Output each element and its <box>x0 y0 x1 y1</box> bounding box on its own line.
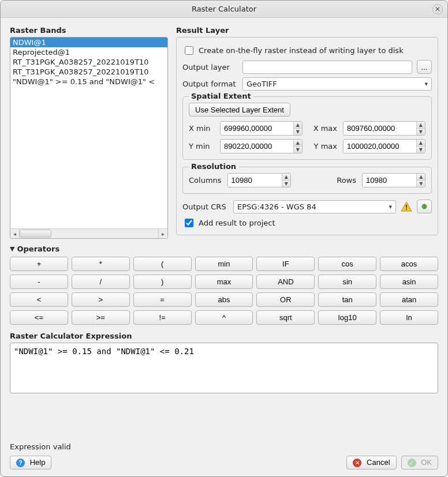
add-result-label[interactable]: Add result to project <box>199 219 275 227</box>
operators-toggle[interactable]: ▼ Operators <box>10 245 438 253</box>
operator-button[interactable]: = <box>133 292 192 307</box>
rows-spin[interactable]: ▲▼ <box>362 173 425 187</box>
output-crs-row: Output CRS EPSG:4326 - WGS 84 ▾ <box>182 200 432 213</box>
operator-button[interactable]: <= <box>10 310 68 325</box>
expression-heading: Raster Calculator Expression <box>10 332 438 340</box>
cancel-button[interactable]: ✕ Cancel <box>346 456 396 470</box>
close-icon[interactable]: ✕ <box>432 4 443 14</box>
list-item[interactable]: "NDWI@1" >= 0.15 and "NDWI@1" < <box>10 77 167 87</box>
expression-textarea[interactable] <box>10 343 438 393</box>
raster-bands-listbox[interactable]: NDWI@1Reprojected@1RT_T31PGK_A038257_202… <box>10 37 168 239</box>
titlebar: Raster Calculator ✕ <box>1 1 447 18</box>
operators-section: ▼ Operators +*(minIFcosacos-/)maxANDsina… <box>10 245 438 325</box>
columns-input[interactable] <box>228 174 282 187</box>
output-format-select[interactable]: GeoTIFF ▾ <box>242 77 432 91</box>
xmax-input[interactable] <box>344 122 416 135</box>
scrollbar-track[interactable] <box>20 229 158 238</box>
operator-button[interactable]: asin <box>380 275 438 289</box>
list-item[interactable]: RT_T31PGK_A038257_20221019T10 <box>10 57 167 67</box>
operator-button[interactable]: ^ <box>195 310 253 325</box>
crs-picker-button[interactable] <box>417 200 432 213</box>
operator-button[interactable]: IF <box>256 257 315 271</box>
operator-button[interactable]: log10 <box>318 310 376 325</box>
spin-up-icon[interactable]: ▲ <box>417 140 425 147</box>
horizontal-scrollbar[interactable]: ◂ ▸ <box>10 228 167 238</box>
spin-up-icon[interactable]: ▲ <box>294 140 302 147</box>
operator-button[interactable]: / <box>72 275 130 289</box>
operator-button[interactable]: sin <box>318 275 376 289</box>
ymax-spin[interactable]: ▲▼ <box>343 139 425 153</box>
operator-button[interactable]: abs <box>195 292 253 307</box>
rows-input[interactable] <box>363 174 416 187</box>
spin-down-icon[interactable]: ▼ <box>417 181 425 187</box>
output-layer-label: Output layer <box>182 63 238 72</box>
ymin-input[interactable] <box>221 140 293 153</box>
create-otf-row: Create on-the-fly raster instead of writ… <box>182 44 432 57</box>
xmax-spin[interactable]: ▲▼ <box>343 121 425 136</box>
operator-button[interactable]: * <box>72 257 130 271</box>
ymin-spin[interactable]: ▲▼ <box>220 139 303 153</box>
cancel-icon: ✕ <box>353 459 361 467</box>
operator-button[interactable]: - <box>10 275 68 289</box>
columns-spin[interactable]: ▲▼ <box>227 173 291 187</box>
output-layer-browse-button[interactable]: ... <box>417 60 432 74</box>
use-selected-extent-button[interactable]: Use Selected Layer Extent <box>189 103 290 117</box>
scrollbar-thumb[interactable] <box>20 230 51 238</box>
scrollbar-left-arrow[interactable]: ◂ <box>10 229 20 238</box>
list-item[interactable]: NDWI@1 <box>10 37 167 47</box>
spatial-extent-group: Spatial Extent Use Selected Layer Extent… <box>182 96 432 160</box>
operator-button[interactable]: < <box>10 292 68 307</box>
spin-down-icon[interactable]: ▼ <box>417 147 425 153</box>
spin-up-icon[interactable]: ▲ <box>417 174 425 181</box>
operator-button[interactable]: ln <box>380 310 438 325</box>
output-format-label: Output format <box>182 80 238 88</box>
scrollbar-right-arrow[interactable]: ▸ <box>158 229 167 238</box>
operator-button[interactable]: OR <box>256 292 315 307</box>
operator-button[interactable]: ( <box>133 257 192 271</box>
create-otf-label[interactable]: Create on-the-fly raster instead of writ… <box>199 46 404 55</box>
operator-button[interactable]: min <box>195 257 253 271</box>
top-row: Raster Bands NDWI@1Reprojected@1RT_T31PG… <box>10 26 438 239</box>
xmax-label: X max <box>308 124 337 133</box>
operator-button[interactable]: tan <box>318 292 376 307</box>
help-button[interactable]: ? Help <box>10 456 51 470</box>
spin-down-icon[interactable]: ▼ <box>294 147 302 153</box>
operator-button[interactable]: ) <box>133 275 192 289</box>
ymax-label: Y max <box>308 142 337 151</box>
xmin-input[interactable] <box>221 122 293 135</box>
ymax-input[interactable] <box>344 140 416 153</box>
warning-icon <box>401 201 412 212</box>
operator-button[interactable]: atan <box>380 292 438 307</box>
spin-up-icon[interactable]: ▲ <box>282 174 290 181</box>
raster-bands-list-content: NDWI@1Reprojected@1RT_T31PGK_A038257_202… <box>10 37 167 228</box>
help-icon: ? <box>16 459 25 467</box>
output-crs-select[interactable]: EPSG:4326 - WGS 84 ▾ <box>233 200 396 213</box>
operator-button[interactable]: max <box>195 275 253 289</box>
list-item[interactable]: Reprojected@1 <box>10 47 167 57</box>
svg-rect-2 <box>406 209 407 210</box>
operator-button[interactable]: sqrt <box>256 310 315 325</box>
rows-label: Rows <box>337 176 356 185</box>
list-item[interactable]: RT_T31PGK_A038257_20221019T10 <box>10 67 167 77</box>
operator-button[interactable]: >= <box>72 310 130 325</box>
spin-up-icon[interactable]: ▲ <box>417 122 425 129</box>
expression-section: Raster Calculator Expression <box>10 328 438 395</box>
spin-down-icon[interactable]: ▼ <box>282 181 290 187</box>
operator-button[interactable]: != <box>133 310 192 325</box>
operator-button[interactable]: > <box>72 292 130 307</box>
ok-button[interactable]: ✓ OK <box>401 456 438 470</box>
spin-down-icon[interactable]: ▼ <box>294 129 302 135</box>
operator-button[interactable]: cos <box>318 257 376 271</box>
create-otf-checkbox[interactable] <box>185 46 193 55</box>
chevron-down-icon: ▾ <box>424 80 428 88</box>
output-layer-input[interactable] <box>242 61 412 74</box>
operator-button[interactable]: + <box>10 257 68 271</box>
xmin-spin[interactable]: ▲▼ <box>220 121 303 136</box>
add-result-checkbox[interactable] <box>185 219 193 227</box>
spin-down-icon[interactable]: ▼ <box>417 129 425 135</box>
operator-button[interactable]: acos <box>380 257 438 271</box>
spin-up-icon[interactable]: ▲ <box>294 122 302 129</box>
chevron-down-icon: ▾ <box>389 203 392 211</box>
expression-validity: Expression valid <box>10 442 438 451</box>
operator-button[interactable]: AND <box>256 275 315 289</box>
